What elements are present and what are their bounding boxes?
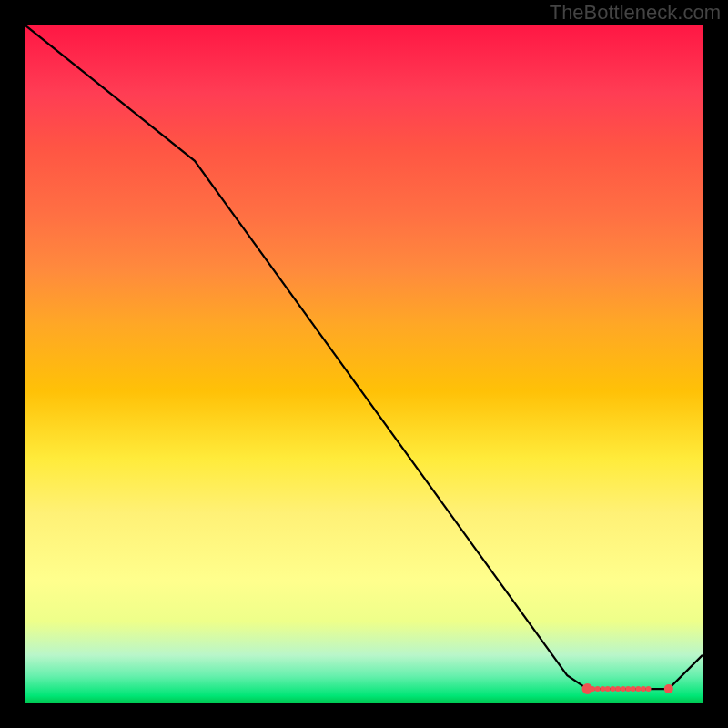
chart-series-line (25, 25, 703, 689)
chart-dot (615, 686, 621, 692)
chart-dot (635, 686, 641, 692)
chart-dot (646, 686, 652, 692)
chart-start-marker (582, 683, 593, 694)
chart-line-layer (25, 25, 703, 703)
chart-end-marker (664, 684, 673, 693)
chart-dotted-segment (585, 686, 652, 692)
chart-dot (600, 686, 605, 692)
chart-dot (595, 686, 601, 692)
chart-dot (605, 686, 611, 692)
chart-dot (610, 686, 615, 692)
chart-dot (621, 686, 626, 692)
chart-dot (625, 686, 631, 692)
chart-dot (631, 686, 636, 692)
watermark-text: TheBottleneck.com (550, 1, 721, 25)
chart-dot (641, 686, 646, 692)
